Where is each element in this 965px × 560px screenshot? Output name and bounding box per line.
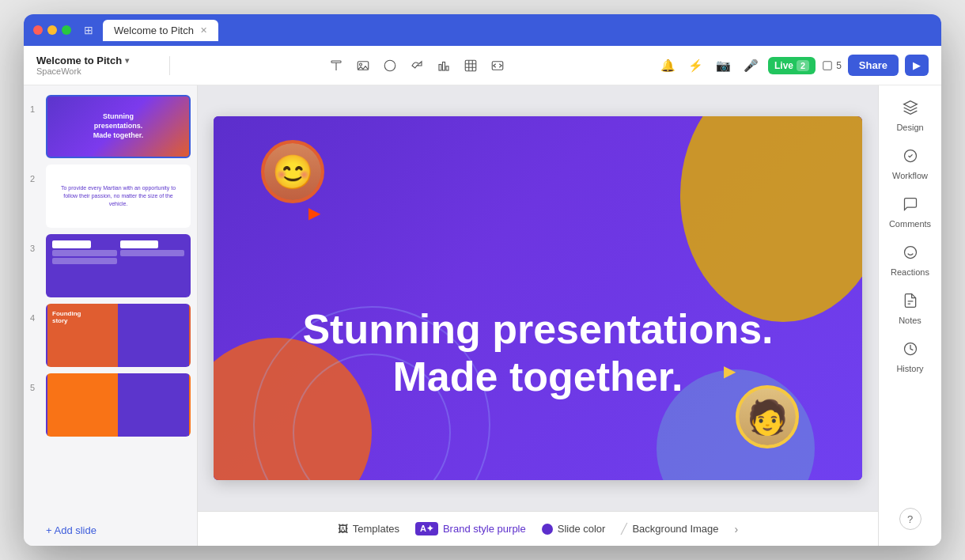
workflow-icon <box>903 148 918 168</box>
notifications-icon[interactable]: 🔔 <box>657 55 679 76</box>
slide-thumbnail-3[interactable]: 3 <box>30 234 191 297</box>
slide-preview-2: To provide every Martian with an opportu… <box>46 165 191 228</box>
app-window: ⊞ Welcome to Pitch ✕ Welcome to Pitch ▾ … <box>24 14 941 546</box>
history-panel-button[interactable]: History <box>883 336 938 378</box>
share-button[interactable]: Share <box>848 55 899 76</box>
slide-thumbnail-4[interactable]: 4 Foundingstory <box>30 304 191 367</box>
slides-count: 5 <box>822 60 842 71</box>
embed-tool-icon[interactable] <box>490 59 505 73</box>
workflow-panel-button[interactable]: Workflow <box>883 143 938 185</box>
history-icon <box>903 341 918 361</box>
chevron-down-icon[interactable]: ▾ <box>125 56 129 65</box>
live-badge[interactable]: Live 2 <box>768 57 816 74</box>
history-label: History <box>896 364 923 373</box>
templates-label: Templates <box>353 523 399 535</box>
svg-point-3 <box>360 63 362 66</box>
svg-rect-0 <box>331 61 341 62</box>
slide-preview-4: Foundingstory <box>46 304 191 367</box>
svg-rect-6 <box>443 62 445 70</box>
tab-close-icon[interactable]: ✕ <box>200 25 207 36</box>
more-options-icon[interactable]: › <box>735 523 739 535</box>
live-count: 2 <box>797 60 809 71</box>
templates-icon: 🖼 <box>338 523 348 535</box>
slide-preview-5 <box>46 373 191 437</box>
notes-icon <box>903 293 918 312</box>
lightning-icon[interactable]: ⚡ <box>685 55 706 76</box>
background-image-icon: ╱ <box>621 523 627 535</box>
comments-panel-button[interactable]: Comments <box>883 191 938 233</box>
slide-num-1: 1 <box>30 104 41 114</box>
svg-point-16 <box>904 247 916 259</box>
mic-icon[interactable]: 🎤 <box>740 55 762 76</box>
slide-num-2: 2 <box>30 174 41 184</box>
slide-canvas: ▶ ▶ Stunning presentations. Made togethe… <box>214 116 862 480</box>
background-image-label: Background Image <box>632 523 718 535</box>
close-button[interactable] <box>33 25 43 35</box>
right-panel: Design Workflow Comments Reactions <box>878 85 941 546</box>
slide-num-4: 4 <box>30 313 41 323</box>
brand-style-button[interactable]: A✦ Brand style purple <box>415 522 526 535</box>
doc-subtitle: SpaceWork <box>36 66 147 76</box>
design-label: Design <box>896 123 923 132</box>
bottom-toolbar: 🖼 Templates A✦ Brand style purple Slide … <box>198 511 878 546</box>
shape-tool-icon[interactable] <box>383 59 397 73</box>
table-tool-icon[interactable] <box>464 59 478 73</box>
svg-rect-14 <box>823 61 832 70</box>
slide-num-3: 3 <box>30 244 41 253</box>
comments-icon <box>903 196 918 216</box>
templates-button[interactable]: 🖼 Templates <box>338 523 399 535</box>
slide-num-5: 5 <box>30 383 41 392</box>
traffic-lights <box>33 25 71 35</box>
toolbar-divider <box>169 56 170 75</box>
slide-thumbnail-1[interactable]: 1 Stunningpresentations.Made together. <box>30 95 191 158</box>
brand-badge: A✦ <box>415 522 438 535</box>
notes-label: Notes <box>899 316 921 325</box>
tab-title: Welcome to Pitch <box>114 25 194 36</box>
slide-preview-1: Stunningpresentations.Made together. <box>46 95 191 158</box>
notes-panel-button[interactable]: Notes <box>883 288 938 330</box>
canvas-column: ▶ ▶ Stunning presentations. Made togethe… <box>198 85 878 546</box>
live-label: Live <box>774 60 793 71</box>
avatar-face-woman <box>264 143 321 200</box>
grid-icon: ⊞ <box>84 24 93 36</box>
main-toolbar: Welcome to Pitch ▾ SpaceWork <box>24 46 941 85</box>
color-dot <box>542 524 553 535</box>
design-icon <box>903 100 918 119</box>
play-button[interactable]: ▶ <box>905 55 929 76</box>
window-tab[interactable]: Welcome to Pitch ✕ <box>103 20 218 41</box>
slide-color-button[interactable]: Slide color <box>542 523 606 535</box>
design-panel-button[interactable]: Design <box>883 95 938 137</box>
background-image-button[interactable]: ╱ Background Image <box>621 523 718 535</box>
title-bar: ⊞ Welcome to Pitch ✕ <box>24 14 941 46</box>
doc-title[interactable]: Welcome to Pitch ▾ <box>36 55 147 66</box>
comments-label: Comments <box>889 219 931 229</box>
svg-rect-8 <box>465 60 476 71</box>
doc-info: Welcome to Pitch ▾ SpaceWork <box>36 55 147 76</box>
avatar-top-left <box>261 140 324 203</box>
slide-thumbnail-5[interactable]: 5 <box>30 373 191 437</box>
svg-rect-5 <box>439 64 441 70</box>
add-slide-button[interactable]: + Add slide <box>30 518 191 536</box>
workflow-label: Workflow <box>892 171 928 180</box>
cursor-arrow-top: ▶ <box>308 203 320 222</box>
reactions-panel-button[interactable]: Reactions <box>883 240 938 282</box>
slide-thumbnail-2[interactable]: 2 To provide every Martian with an oppor… <box>30 165 191 228</box>
chart-tool-icon[interactable] <box>437 59 451 73</box>
slide-headline: Stunning presentations. Made together. <box>214 306 862 401</box>
image-tool-icon[interactable] <box>356 59 370 73</box>
toolbar-tools <box>180 59 654 73</box>
arrow-tool-icon[interactable] <box>410 59 424 73</box>
maximize-button[interactable] <box>62 25 71 35</box>
slide-preview-3 <box>46 234 191 297</box>
camera-icon[interactable]: 📷 <box>713 55 734 76</box>
reactions-label: Reactions <box>891 267 929 277</box>
text-tool-icon[interactable] <box>329 59 343 73</box>
toolbar-right: 🔔 ⚡ 📷 🎤 Live 2 5 Share ▶ <box>657 55 929 76</box>
main-area: 1 Stunningpresentations.Made together. 2… <box>24 85 941 546</box>
svg-point-4 <box>384 60 395 71</box>
minimize-button[interactable] <box>47 25 57 35</box>
slide-color-label: Slide color <box>558 523 606 535</box>
svg-rect-7 <box>446 66 448 70</box>
brand-style-label: Brand style purple <box>443 523 526 535</box>
help-button[interactable]: ? <box>899 508 921 530</box>
